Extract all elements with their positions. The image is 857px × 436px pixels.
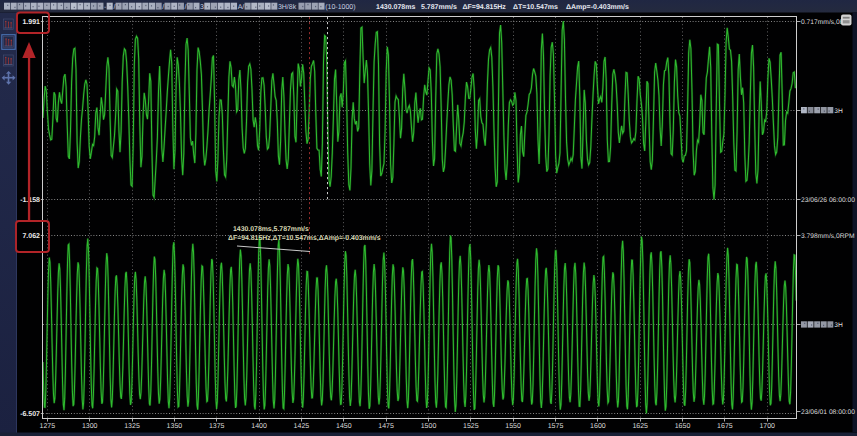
svg-text:3H: 3H	[834, 322, 843, 329]
svg-text:1500: 1500	[421, 423, 437, 430]
svg-text:3.798mm/s,0RPM: 3.798mm/s,0RPM	[801, 233, 855, 240]
svg-text:1700: 1700	[759, 423, 775, 430]
svg-text:A/: A/	[238, 3, 245, 11]
svg-text:1550: 1550	[505, 423, 521, 430]
svg-text:/: /	[113, 3, 115, 11]
svg-text:1425: 1425	[294, 423, 310, 430]
svg-text:1430.078ms,5.787mm/s: 1430.078ms,5.787mm/s	[233, 226, 309, 233]
svg-text:1525: 1525	[463, 423, 479, 430]
svg-text:1300: 1300	[82, 423, 98, 430]
svg-text:23/06/01 08:00:00: 23/06/01 08:00:00	[801, 409, 855, 416]
svg-text:1575: 1575	[548, 423, 564, 430]
svg-text:/: /	[185, 3, 187, 11]
svg-text:1625: 1625	[632, 423, 648, 430]
svg-text:1475: 1475	[378, 423, 394, 430]
svg-text:3H: 3H	[834, 108, 843, 115]
svg-text:1.991: 1.991	[22, 19, 40, 26]
svg-text:1430.078ms: 1430.078ms	[376, 4, 415, 11]
svg-text:1400: 1400	[251, 423, 267, 430]
svg-text:ΔF=94.815Hz: ΔF=94.815Hz	[463, 4, 507, 11]
svg-text:23/06/26 06:00:00: 23/06/26 06:00:00	[801, 197, 855, 204]
svg-text:1650: 1650	[675, 423, 691, 430]
svg-text:1325: 1325	[124, 423, 140, 430]
svg-text:1600: 1600	[590, 423, 606, 430]
svg-text:1375: 1375	[209, 423, 225, 430]
svg-text:ΔT=10.547ms: ΔT=10.547ms	[513, 4, 558, 11]
svg-text:1350: 1350	[167, 423, 183, 430]
svg-text:1675: 1675	[717, 423, 733, 430]
svg-text:3: 3	[200, 4, 204, 11]
svg-text:(10-1000): (10-1000)	[325, 3, 355, 11]
svg-text:3H/8k: 3H/8k	[278, 3, 298, 11]
svg-text:1275: 1275	[40, 423, 56, 430]
svg-text:5.787mm/s: 5.787mm/s	[421, 3, 457, 11]
svg-text:-6.507: -6.507	[20, 411, 40, 418]
svg-text:ΔF=94.815Hz,ΔT=10.547ms,ΔAmp=-: ΔF=94.815Hz,ΔT=10.547ms,ΔAmp=-0.403mm/s	[228, 235, 381, 242]
svg-text:/: /	[162, 3, 164, 11]
svg-text:1450: 1450	[336, 423, 352, 430]
svg-text:ΔAmp=-0.403mm/s: ΔAmp=-0.403mm/s	[566, 3, 629, 11]
svg-text:7.062: 7.062	[22, 233, 40, 240]
